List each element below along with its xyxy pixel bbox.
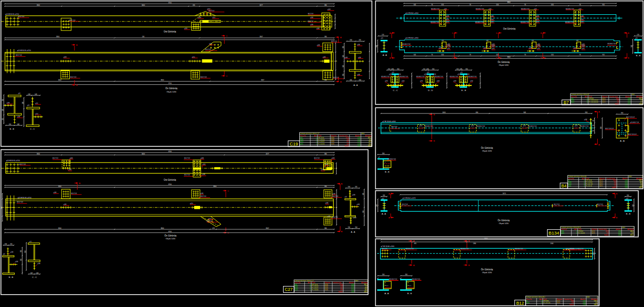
svg-text:Üst Görünüş: Üst Görünüş <box>164 30 176 33</box>
svg-text:344: 344 <box>631 45 633 47</box>
svg-text:D: D <box>496 57 497 59</box>
svg-text:29.8: 29.8 <box>369 141 371 143</box>
svg-text:8700: 8700 <box>169 151 172 153</box>
svg-text:1980: 1980 <box>473 243 476 245</box>
svg-text:BOLT 8.8: BOLT 8.8 <box>53 157 58 159</box>
svg-text:BOLT CE 10.9: BOLT CE 10.9 <box>628 133 637 135</box>
svg-text:p210: p210 <box>300 141 304 143</box>
svg-text:641: 641 <box>413 54 416 56</box>
svg-text:p188: p188 <box>345 57 348 59</box>
svg-text:p188: p188 <box>357 44 360 46</box>
svg-text:4.02: 4.02 <box>628 103 631 105</box>
svg-text:p203: p203 <box>582 43 585 45</box>
svg-text:A: A <box>340 36 342 39</box>
svg-text:p205: p205 <box>492 45 495 47</box>
svg-text:PL 20x346: PL 20x346 <box>318 143 325 145</box>
svg-text:Toplam: Toplam <box>569 304 574 306</box>
svg-text:C: C <box>452 57 454 59</box>
svg-text:B - B: B - B <box>385 171 390 173</box>
svg-text:p205: p205 <box>447 45 450 47</box>
svg-text:S275: S275 <box>557 302 560 304</box>
svg-text:Ön Görünüş: Ön Görünüş <box>497 219 510 222</box>
svg-text:76: 76 <box>579 54 581 56</box>
svg-text:108: 108 <box>426 68 429 70</box>
svg-text:256.0: 256.0 <box>368 145 371 147</box>
svg-text:194: 194 <box>348 226 350 228</box>
svg-text:p204: p204 <box>444 8 447 10</box>
svg-text:201: 201 <box>9 123 11 125</box>
svg-text:p204: p204 <box>389 73 392 75</box>
svg-text:p211: p211 <box>35 102 38 104</box>
svg-text:M16 BOLT 8.8: M16 BOLT 8.8 <box>566 8 574 10</box>
svg-text:M16 BOLT 8.8: M16 BOLT 8.8 <box>475 21 484 23</box>
svg-text:p188: p188 <box>446 15 449 17</box>
svg-text:B: B <box>433 113 435 116</box>
svg-text:p204: p204 <box>574 47 577 49</box>
svg-text:108: 108 <box>28 93 30 95</box>
svg-text:255.5: 255.5 <box>630 234 633 236</box>
svg-text:p188: p188 <box>581 15 584 17</box>
svg-text:PL 20x346: PL 20x346 <box>312 289 319 291</box>
svg-text:A: A <box>413 264 415 266</box>
svg-text:310: 310 <box>465 68 468 70</box>
svg-text:p210: p210 <box>35 113 38 115</box>
svg-text:p188: p188 <box>63 204 66 205</box>
svg-text:p211: p211 <box>300 143 303 145</box>
svg-text:1111: 1111 <box>496 4 499 6</box>
svg-text:Toplam: Toplam <box>612 186 616 188</box>
svg-text:φ24 H8 80 B L=6700: φ24 H8 80 B L=6700 <box>5 13 19 15</box>
svg-text:p204: p204 <box>439 47 442 49</box>
svg-text:p210: p210 <box>420 125 422 127</box>
svg-text:0.80: 0.80 <box>351 291 354 293</box>
svg-text:B - B: B - B <box>636 54 641 57</box>
svg-text:p213: p213 <box>295 289 298 291</box>
svg-text:BOLT 8.8: BOLT 8.8 <box>308 20 314 22</box>
svg-text:1.20: 1.20 <box>625 186 628 188</box>
svg-text:76: 76 <box>524 54 526 56</box>
svg-text:3800: 3800 <box>161 79 164 81</box>
svg-text:2077: 2077 <box>260 4 263 6</box>
svg-text:1111: 1111 <box>551 54 554 56</box>
svg-text:p210: p210 <box>471 125 474 127</box>
svg-text:Kamyon yük.listesi: Metraj:B7: Kamyon yük.listesi: Metraj:B7 <box>571 93 590 95</box>
svg-text:3307: 3307 <box>266 227 269 229</box>
svg-text:170: 170 <box>381 34 384 36</box>
svg-text:76: 76 <box>469 4 471 6</box>
svg-text:256.0: 256.0 <box>364 291 368 293</box>
svg-text:M16 BOLT 8.8: M16 BOLT 8.8 <box>388 158 396 160</box>
svg-text:Ön Görünüş: Ön Görünüş <box>165 87 178 90</box>
svg-text:204: 204 <box>486 40 489 41</box>
svg-text:A: A <box>599 111 600 113</box>
svg-text:Ölçek 1/20: Ölçek 1/20 <box>166 237 176 240</box>
svg-text:76: 76 <box>579 4 581 6</box>
svg-text:204: 204 <box>442 40 444 41</box>
svg-text:76: 76 <box>524 4 526 6</box>
svg-text:p203: p203 <box>492 43 495 45</box>
svg-text:Kamyon yük.listesi: Metraj:B4: Kamyon yük.listesi: Metraj:B4 <box>569 175 587 177</box>
svg-text:BOLT 8.8: BOLT 8.8 <box>554 204 560 205</box>
svg-text:p204: p204 <box>446 21 449 23</box>
svg-text:p204: p204 <box>202 164 205 165</box>
svg-text:204: 204 <box>355 226 357 228</box>
svg-text:204: 204 <box>359 79 361 81</box>
svg-text:φ10 IPE/360 L=8901: φ10 IPE/360 L=8901 <box>405 37 419 39</box>
svg-text:p204: p204 <box>492 48 495 50</box>
svg-text:C - C: C - C <box>30 128 35 130</box>
svg-text:170: 170 <box>637 34 639 36</box>
svg-text:201: 201 <box>355 186 357 188</box>
svg-text:204: 204 <box>4 243 7 245</box>
svg-text:p10: p10 <box>461 72 463 73</box>
svg-text:p203: p203 <box>537 43 540 45</box>
svg-text:p204: p204 <box>454 80 456 82</box>
svg-text:p188: p188 <box>584 119 587 121</box>
svg-text:BOLT 8.8: BOLT 8.8 <box>71 193 77 194</box>
svg-text:536.9: 536.9 <box>594 304 597 306</box>
svg-text:143: 143 <box>34 93 37 95</box>
svg-text:2005: 2005 <box>443 112 446 113</box>
svg-text:A - A: A - A <box>354 84 358 86</box>
svg-text:5940: 5940 <box>485 238 488 240</box>
svg-text:B: B <box>433 140 435 142</box>
svg-text:S275: S275 <box>592 232 595 234</box>
svg-text:B7: B7 <box>563 100 569 105</box>
svg-text:φ11 IPE/300 L=5973: φ11 IPE/300 L=5973 <box>402 197 416 199</box>
